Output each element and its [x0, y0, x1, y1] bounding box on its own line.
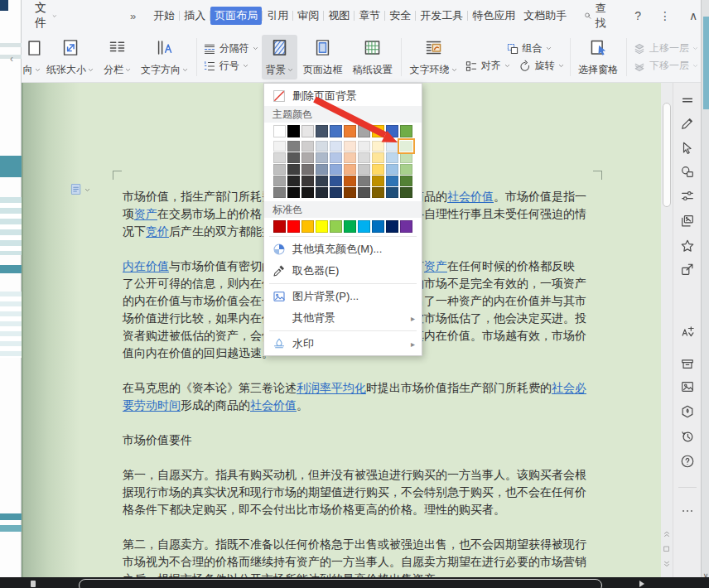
tab-7[interactable]: 章节	[354, 7, 384, 25]
color-swatch[interactable]	[301, 187, 314, 198]
ribbon-breaks-button[interactable]: 分隔符	[203, 41, 258, 55]
color-swatch[interactable]	[386, 164, 398, 175]
find-button[interactable]: 查找	[584, 1, 610, 31]
gallery-icon[interactable]	[680, 214, 695, 229]
color-swatch[interactable]	[344, 141, 356, 152]
color-swatch[interactable]	[344, 187, 356, 198]
help-button[interactable]: ?	[634, 9, 641, 22]
more-icon[interactable]	[680, 504, 695, 518]
box-icon[interactable]	[680, 356, 695, 371]
color-swatch[interactable]	[273, 164, 286, 175]
ribbon-columns-button[interactable]: 分栏	[99, 35, 135, 80]
shape-icon[interactable]	[680, 165, 695, 180]
color-swatch[interactable]	[330, 164, 342, 175]
collapse-panel-button[interactable]: ‹	[10, 53, 13, 65]
text-line[interactable]: 据现行市场的真实状况和现行市场的期望值进行购买，不会特别急于购买，也不会在任何价	[123, 484, 586, 501]
ribbon-paper-size-button[interactable]: 纸张大小	[42, 35, 98, 80]
color-swatch[interactable]	[358, 176, 370, 186]
hyperlink[interactable]: 内在价值	[123, 259, 169, 272]
help-icon[interactable]	[680, 454, 695, 469]
history-icon[interactable]	[680, 429, 695, 444]
text-line[interactable]: 第一，自愿买方。指具有购买动机，但并没有被强迫进行购买的一方当事人。该购买者会根	[123, 466, 586, 484]
paragraph-assistant-icon[interactable]	[70, 182, 94, 197]
hyperlink[interactable]: 社会必	[552, 381, 586, 394]
ribbon-rotate-button[interactable]: 旋转	[518, 59, 564, 73]
hyperlink[interactable]: 社会价值	[250, 398, 297, 412]
color-swatch[interactable]	[273, 176, 286, 186]
text-line[interactable]: 要劳动时间形成的商品的社会价值。	[123, 397, 308, 414]
vertical-scrollbar[interactable]	[661, 83, 673, 577]
text-line[interactable]: 在马克思的《资本论》第三卷论述利润率平均化时提出市场价值指生产部门所耗费的社会必	[123, 379, 586, 397]
hyperlink[interactable]: 竞价	[146, 224, 169, 238]
menu-item-1[interactable]: 其他填充颜色(M)...	[264, 239, 422, 260]
next-page-button[interactable]	[663, 560, 671, 568]
tab-1[interactable]: 开始	[149, 7, 179, 25]
hyperlink[interactable]: 资产	[134, 207, 157, 220]
color-swatch[interactable]	[400, 164, 412, 175]
color-swatch[interactable]	[287, 125, 300, 137]
color-swatch[interactable]	[301, 220, 314, 233]
color-swatch[interactable]	[287, 176, 300, 186]
picture-icon[interactable]	[680, 379, 695, 394]
tab-10[interactable]: 特色应用	[468, 7, 519, 25]
text-line[interactable]: 第二，自愿卖方。指既不准备以任何价格急于出售或被强迫出售，也不会因期望获得被现行	[123, 536, 586, 553]
color-swatch[interactable]	[372, 220, 384, 233]
color-swatch[interactable]	[273, 125, 286, 137]
ribbon-group-button[interactable]: 组合	[506, 41, 564, 55]
color-swatch[interactable]	[316, 164, 328, 175]
color-swatch[interactable]	[301, 176, 314, 186]
taskbar-search-box[interactable]	[79, 579, 602, 588]
sliders-icon[interactable]	[680, 189, 695, 204]
tab-9[interactable]: 开发工具	[416, 7, 467, 25]
color-swatch[interactable]	[344, 176, 356, 186]
color-swatch[interactable]	[400, 220, 412, 233]
color-swatch[interactable]	[386, 187, 398, 198]
color-swatch[interactable]	[386, 141, 398, 152]
color-swatch[interactable]	[400, 125, 412, 137]
tab-3[interactable]: 页面布局	[210, 7, 262, 25]
color-swatch[interactable]	[386, 176, 398, 186]
color-swatch[interactable]	[301, 141, 314, 152]
color-swatch[interactable]	[386, 220, 398, 233]
tab-5[interactable]: 审阅	[293, 7, 323, 25]
color-swatch[interactable]	[358, 220, 370, 233]
delete-page-background-item[interactable]: 删除页面背景	[264, 86, 422, 106]
color-swatch[interactable]	[316, 220, 328, 233]
color-swatch[interactable]	[400, 152, 412, 163]
text-line[interactable]: 格条件下都决定购买，即不会付出比市场价格更高的价格。理性的购买者。	[123, 501, 505, 518]
ribbon-text-wrap-button[interactable]: 文字环绕	[406, 35, 461, 80]
color-swatch[interactable]	[372, 164, 384, 175]
cursor-icon[interactable]	[680, 141, 695, 156]
ribbon-text-direction-button[interactable]: 文字方向	[137, 35, 192, 80]
color-swatch[interactable]	[301, 164, 314, 175]
tab-8[interactable]: 安全	[385, 7, 415, 25]
color-swatch[interactable]	[330, 141, 342, 152]
ribbon-page-border-button[interactable]: 页面边框	[299, 35, 347, 80]
color-swatch[interactable]	[330, 125, 342, 137]
ribbon-background-button[interactable]: 背景	[262, 35, 297, 80]
color-swatch[interactable]	[330, 187, 342, 198]
color-swatch[interactable]	[316, 152, 328, 163]
color-swatch[interactable]	[273, 141, 286, 152]
menu-item-3[interactable]: 图片背景(P)...	[264, 286, 422, 307]
ribbon-line-numbers-button[interactable]: 行号	[203, 59, 258, 73]
color-swatch[interactable]	[344, 125, 356, 137]
color-swatch[interactable]	[273, 220, 286, 233]
tab-4[interactable]: 引用	[263, 7, 292, 25]
hyperlink[interactable]: 社会价值	[447, 190, 494, 203]
ribbon-manuscript-button[interactable]: 稿纸设置	[349, 35, 397, 80]
color-swatch[interactable]	[330, 152, 342, 163]
more-options-button[interactable]: ⋮	[659, 9, 671, 22]
color-swatch[interactable]	[301, 152, 314, 163]
sidebar-drag-handle[interactable]	[680, 93, 695, 108]
text-line[interactable]: 市场价值要件	[123, 431, 192, 449]
color-swatch[interactable]	[400, 176, 412, 186]
ribbon-paper-orientation-button[interactable]: 向	[22, 35, 41, 80]
seal-icon[interactable]	[680, 404, 695, 419]
menu-item-4[interactable]: 其他背景▸	[264, 307, 422, 329]
text-line[interactable]: 市场视为不合理的价格而继续持有资产的一方当事人。自愿卖方期望在进行必要的市场营销	[123, 553, 586, 571]
hyperlink[interactable]: 资产	[424, 259, 447, 272]
color-swatch[interactable]	[386, 125, 398, 137]
color-swatch[interactable]	[287, 164, 300, 175]
color-swatch[interactable]	[344, 152, 356, 163]
